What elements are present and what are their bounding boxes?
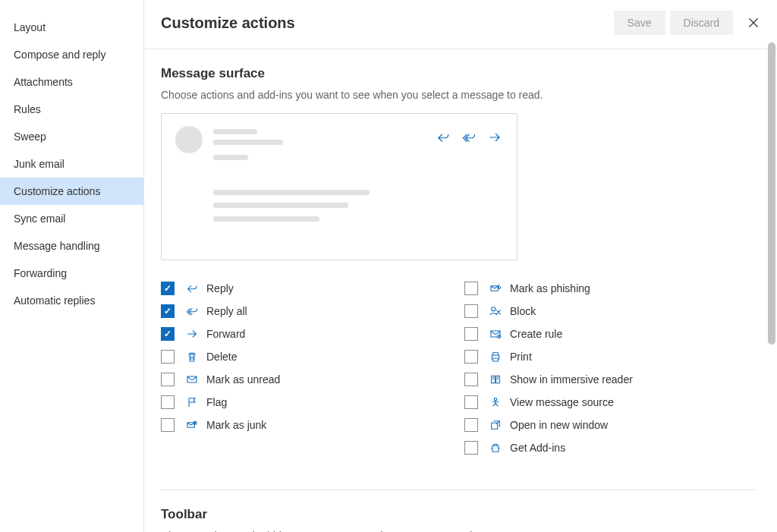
action-label: Reply all: [206, 305, 247, 317]
action-row-open-in-new-window: Open in new window: [464, 414, 722, 436]
window-icon: [489, 418, 502, 432]
action-row-forward: Forward: [161, 323, 419, 345]
preview-avatar: [175, 126, 203, 153]
delete-icon: [185, 350, 199, 364]
forward-icon: [185, 327, 199, 341]
action-label: Create rule: [510, 328, 562, 340]
checkbox-mark-as-phishing[interactable]: [464, 282, 478, 295]
action-label: Show in immersive reader: [510, 373, 633, 386]
action-row-print: Print: [464, 345, 722, 368]
checkbox-show-in-immersive-reader[interactable]: [464, 373, 478, 386]
action-row-mark-as-phishing: Mark as phishing: [464, 277, 722, 300]
checkbox-view-message-source[interactable]: [464, 395, 478, 409]
action-label: Mark as phishing: [510, 282, 590, 294]
checkbox-mark-as-junk[interactable]: [161, 418, 175, 432]
action-label: Flag: [206, 396, 227, 408]
checkbox-create-rule[interactable]: [464, 327, 478, 341]
section-desc-message-surface: Choose actions and add-ins you want to s…: [161, 89, 756, 101]
preview-action-icons: [436, 131, 502, 144]
sidebar-item-message-handling[interactable]: Message handling: [0, 232, 143, 260]
sidebar-item-sweep[interactable]: Sweep: [0, 123, 143, 150]
actions-column-right: Mark as phishingBlockCreate rulePrintSho…: [464, 277, 722, 459]
sidebar-item-layout[interactable]: Layout: [0, 14, 143, 41]
action-label: Block: [510, 305, 536, 317]
sidebar-item-compose-and-reply[interactable]: Compose and reply: [0, 41, 143, 68]
action-label: Open in new window: [510, 419, 608, 431]
action-row-delete: Delete: [161, 345, 419, 368]
checkbox-reply-all[interactable]: [161, 304, 175, 318]
section-title-message-surface: Message surface: [161, 66, 756, 81]
sidebar-item-attachments[interactable]: Attachments: [0, 68, 143, 96]
action-row-mark-as-unread: Mark as unread: [161, 368, 419, 391]
content-area: Message surface Choose actions and add-i…: [144, 49, 777, 532]
message-preview: [161, 113, 517, 260]
print-icon: [489, 350, 502, 364]
page-title: Customize actions: [161, 14, 609, 32]
sidebar-item-rules[interactable]: Rules: [0, 96, 143, 123]
preview-line: [213, 203, 348, 208]
preview-line: [213, 216, 319, 222]
sidebar-item-sync-email[interactable]: Sync email: [0, 205, 143, 232]
reply-all-icon: [462, 131, 476, 144]
sidebar-item-customize-actions[interactable]: Customize actions: [0, 178, 143, 205]
action-label: Mark as unread: [206, 373, 280, 386]
sidebar-item-automatic-replies[interactable]: Automatic replies: [0, 287, 143, 314]
actions-grid: ReplyReply allForwardDeleteMark as unrea…: [161, 277, 756, 459]
settings-sidebar: LayoutCompose and replyAttachmentsRulesS…: [0, 0, 144, 532]
block-icon: [489, 304, 502, 318]
sidebar-item-junk-email[interactable]: Junk email: [0, 150, 143, 178]
checkbox-print[interactable]: [464, 350, 478, 364]
header: Customize actions Save Discard: [144, 0, 777, 49]
flag-icon: [185, 395, 199, 409]
save-button[interactable]: Save: [614, 11, 665, 35]
action-row-block: Block: [464, 300, 722, 323]
preview-line: [213, 140, 283, 145]
checkbox-mark-as-unread[interactable]: [161, 373, 175, 386]
discard-button[interactable]: Discard: [670, 11, 733, 35]
action-label: Get Add-ins: [510, 442, 565, 454]
scrollbar[interactable]: [766, 42, 777, 532]
action-label: Forward: [206, 328, 245, 340]
section-divider: [161, 490, 756, 490]
close-button[interactable]: [747, 16, 760, 30]
reply-icon: [436, 131, 450, 144]
action-row-show-in-immersive-reader: Show in immersive reader: [464, 368, 722, 391]
action-row-reply: Reply: [161, 277, 419, 300]
settings-panel: LayoutCompose and replyAttachmentsRulesS…: [0, 0, 777, 532]
action-label: Print: [510, 351, 532, 363]
replyall-icon: [185, 304, 199, 318]
checkbox-block[interactable]: [464, 304, 478, 318]
checkbox-get-add-ins[interactable]: [464, 441, 478, 455]
action-label: Mark as junk: [206, 419, 266, 431]
actions-column-left: ReplyReply allForwardDeleteMark as unrea…: [161, 277, 419, 459]
phishing-icon: [489, 282, 502, 295]
checkbox-open-in-new-window[interactable]: [464, 418, 478, 432]
checkbox-flag[interactable]: [161, 395, 175, 409]
close-icon: [747, 16, 760, 30]
forward-icon: [488, 131, 502, 144]
source-icon: [489, 395, 502, 409]
section-title-toolbar: Toolbar: [161, 507, 756, 522]
preview-line: [213, 190, 370, 195]
unread-icon: [185, 373, 199, 386]
checkbox-forward[interactable]: [161, 327, 175, 341]
action-row-get-add-ins: Get Add-ins: [464, 436, 722, 459]
action-row-flag: Flag: [161, 391, 419, 414]
sidebar-item-forwarding[interactable]: Forwarding: [0, 260, 143, 287]
action-row-reply-all: Reply all: [161, 300, 419, 323]
action-label: Reply: [206, 282, 234, 294]
checkbox-delete[interactable]: [161, 350, 175, 364]
main-pane: Customize actions Save Discard Message s…: [144, 0, 777, 532]
action-label: View message source: [510, 396, 614, 408]
checkbox-reply[interactable]: [161, 282, 175, 295]
rule-icon: [489, 327, 502, 341]
action-row-create-rule: Create rule: [464, 323, 722, 345]
action-row-view-message-source: View message source: [464, 391, 722, 414]
reply-icon: [185, 282, 199, 295]
junk-icon: [185, 418, 199, 432]
reader-icon: [489, 373, 502, 386]
preview-line: [213, 129, 257, 134]
preview-line: [213, 155, 248, 160]
action-row-mark-as-junk: Mark as junk: [161, 414, 419, 436]
scrollbar-thumb[interactable]: [768, 42, 775, 345]
